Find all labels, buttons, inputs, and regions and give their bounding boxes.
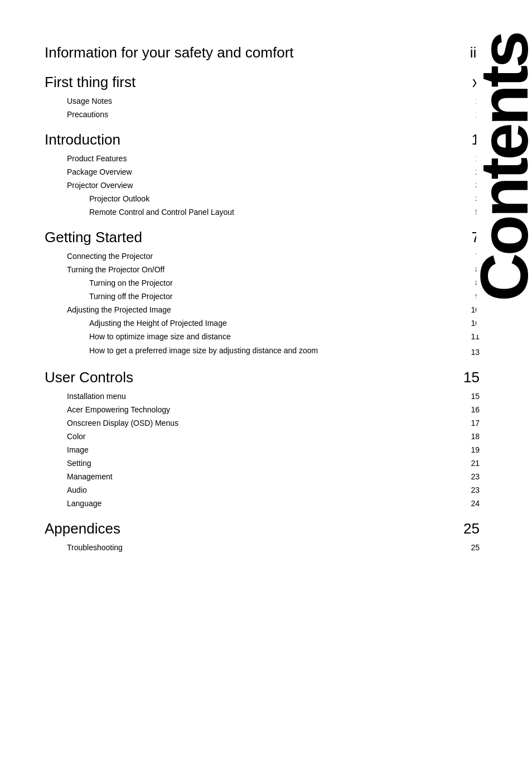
toc-title: Package Overview — [45, 167, 132, 176]
toc-title: How to get a preferred image size by adj… — [45, 345, 318, 357]
toc-entry: Information for your safety and comfort … — [45, 42, 480, 63]
toc-title: Getting Started — [45, 229, 142, 246]
toc-entry: Language 24 — [45, 497, 480, 510]
toc-title: Acer Empowering Technology — [45, 405, 170, 414]
toc-title: Image — [45, 445, 89, 454]
toc-title: Information for your safety and comfort — [45, 44, 294, 61]
toc-title: Connecting the Projector — [45, 252, 153, 261]
toc-entry: Adjusting the Height of Projected Image … — [45, 317, 480, 329]
toc-entry: Precautions x — [45, 108, 480, 121]
toc-entry: Installation menu 15 — [45, 390, 480, 402]
toc-page: 17 — [463, 419, 480, 427]
toc-entry: Projector Overview 3 — [45, 179, 480, 191]
toc-title: Installation menu — [45, 392, 126, 401]
toc-title: Adjusting the Height of Projected Image — [45, 319, 227, 328]
toc-title: Turning the Projector On/Off — [45, 265, 165, 274]
toc-entry: Troubleshooting 25 — [45, 541, 480, 554]
toc-page: 16 — [463, 405, 480, 414]
toc-entry: Connecting the Projector 7 — [45, 250, 480, 262]
toc-title: Projector Overview — [45, 181, 133, 190]
toc-entry: Turning on the Projector 8 — [45, 277, 480, 289]
toc-title: Management — [45, 472, 113, 481]
toc-entry: Projector Outlook 3 — [45, 193, 480, 205]
toc-title: Projector Outlook — [45, 194, 149, 203]
toc-entry: How to get a preferred image size by adj… — [45, 344, 480, 358]
toc-title: How to optimize image size and distance — [45, 332, 231, 341]
toc-entry: Management 23 — [45, 470, 480, 483]
toc-title: Turning off the Projector — [45, 292, 172, 301]
toc-title: Appendices — [45, 520, 120, 537]
toc-entry: How to optimize image size and distance … — [45, 330, 480, 343]
contents-label: Contents — [476, 33, 532, 301]
toc-page: 21 — [463, 459, 480, 468]
toc-page: 15 — [463, 369, 480, 386]
toc-entry: Turning off the Projector 9 — [45, 290, 480, 302]
toc-title: Turning on the Projector — [45, 278, 173, 287]
toc-entry: Remote Control and Control Panel Layout … — [45, 206, 480, 218]
toc-title: Product Features — [45, 154, 127, 163]
toc-entry: Audio 23 — [45, 484, 480, 496]
toc-page: 23 — [463, 486, 480, 494]
toc-entry: Setting 21 — [45, 457, 480, 469]
toc-entry: Adjusting the Projected Image 10 — [45, 304, 480, 316]
toc-title: Troubleshooting — [45, 543, 123, 552]
toc-entry: Acer Empowering Technology 16 — [45, 403, 480, 416]
toc-title: Adjusting the Projected Image — [45, 305, 171, 314]
toc-entry: User Controls 15 — [45, 367, 480, 388]
toc-title: Precautions — [45, 110, 108, 119]
toc-entry: Getting Started 7 — [45, 227, 480, 248]
toc-title: Onscreen Display (OSD) Menus — [45, 419, 178, 427]
toc-page: 24 — [463, 499, 480, 508]
toc-table: Information for your safety and comfort … — [45, 42, 480, 554]
toc-page: 19 — [463, 445, 480, 454]
toc-title: User Controls — [45, 369, 133, 386]
toc-entry: Image 19 — [45, 444, 480, 456]
toc-title: Usage Notes — [45, 97, 112, 105]
toc-page: 18 — [463, 432, 480, 441]
toc-title: First thing first — [45, 74, 136, 91]
page-container: Contents Information for your safety and… — [0, 0, 532, 764]
toc-title: Setting — [45, 459, 91, 468]
toc-entry: First thing first x — [45, 72, 480, 93]
toc-title: Language — [45, 499, 101, 508]
toc-entry: Package Overview 2 — [45, 166, 480, 178]
toc-page: 13 — [463, 348, 480, 357]
toc-page: 23 — [463, 472, 480, 481]
toc-entry: Introduction 1 — [45, 129, 480, 150]
toc-title: Color — [45, 432, 85, 441]
toc-title: Audio — [45, 486, 87, 494]
toc-page: 15 — [463, 392, 480, 401]
toc-entry: Usage Notes x — [45, 95, 480, 107]
toc-page: 25 — [463, 520, 480, 537]
toc-entry: Color 18 — [45, 430, 480, 443]
toc-entry: Onscreen Display (OSD) Menus 17 — [45, 417, 480, 429]
toc-page: 25 — [463, 543, 480, 552]
toc-entry: Appendices 25 — [45, 518, 480, 539]
contents-sidebar: Contents — [476, 0, 532, 335]
toc-title: Remote Control and Control Panel Layout — [45, 208, 234, 217]
toc-entry: Product Features 1 — [45, 152, 480, 165]
toc-entry: Turning the Projector On/Off 8 — [45, 263, 480, 276]
toc-title: Introduction — [45, 131, 120, 148]
